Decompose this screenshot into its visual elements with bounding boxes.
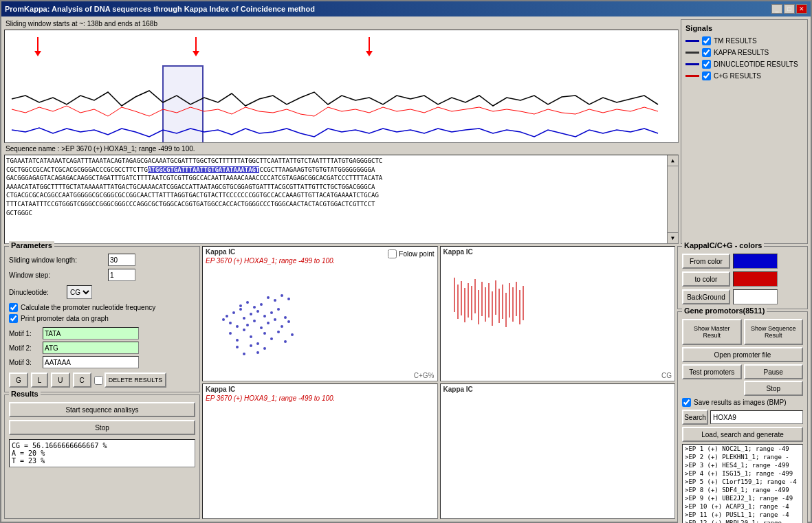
charts-area: Kappa IC EP 3670 (+) HOXA9_1; range -499… bbox=[202, 246, 675, 519]
open-promoter-button[interactable]: Open promoter file bbox=[682, 347, 803, 362]
show-master-button[interactable]: Show Master Result bbox=[682, 319, 742, 345]
motif1-input[interactable] bbox=[43, 327, 139, 340]
cg-color bbox=[685, 75, 699, 77]
svg-point-48 bbox=[267, 296, 270, 299]
delete-button[interactable]: DELETE RESULTS bbox=[105, 372, 166, 388]
print-checkbox[interactable] bbox=[9, 314, 18, 323]
chart-tl-svg bbox=[203, 265, 437, 371]
motif3-input[interactable] bbox=[43, 356, 139, 368]
to-color-row: to color bbox=[682, 271, 803, 287]
delete-checkbox[interactable] bbox=[94, 376, 103, 385]
graph-svg bbox=[5, 30, 678, 143]
list-item[interactable]: >EP 2 (+) PLEKHN1_1; range - bbox=[683, 453, 802, 461]
search-button[interactable]: Search bbox=[682, 410, 708, 425]
folow-point-checkbox[interactable] bbox=[388, 249, 397, 258]
start-analysis-button[interactable]: Start sequence analisys bbox=[9, 402, 195, 417]
bg-color-button[interactable]: BackGround bbox=[682, 289, 730, 304]
close-button[interactable]: ✕ bbox=[796, 4, 807, 14]
print-checkbox-row: Print promoter data on graph bbox=[9, 314, 195, 323]
scroll-up[interactable]: ▲ bbox=[668, 155, 678, 166]
svg-point-32 bbox=[250, 335, 252, 338]
maximize-button[interactable]: □ bbox=[784, 4, 795, 14]
signal-cg: C+G RESULTS bbox=[685, 71, 803, 80]
dinuc-color bbox=[685, 63, 699, 65]
center-top: Sliding window starts at ~: 138b and end… bbox=[4, 19, 679, 244]
sliding-window-label: Sliding window starts at ~: 138b and end… bbox=[4, 19, 679, 28]
chart-tr-xlabel: CG bbox=[661, 372, 672, 379]
minimize-button[interactable]: _ bbox=[771, 4, 782, 14]
svg-point-14 bbox=[239, 308, 242, 311]
list-item[interactable]: >EP 8 (+) SDF4_1; range -499 bbox=[683, 486, 802, 494]
kappa-checkbox[interactable] bbox=[702, 48, 711, 57]
signal-dinuc: DINUCLEOTIDE RESULTS bbox=[685, 60, 803, 69]
stop-gene-button[interactable]: Stop bbox=[744, 381, 804, 396]
svg-point-33 bbox=[256, 342, 259, 345]
show-sequence-button[interactable]: Show Sequence Result bbox=[744, 319, 804, 345]
svg-point-34 bbox=[263, 332, 266, 335]
from-color-swatch[interactable] bbox=[733, 254, 778, 269]
list-item[interactable]: >EP 12 (+) MRPL20_1; range - bbox=[683, 519, 802, 523]
to-color-swatch[interactable] bbox=[733, 271, 778, 287]
svg-point-43 bbox=[263, 347, 266, 350]
svg-point-25 bbox=[277, 308, 280, 311]
list-item[interactable]: >EP 10 (+) ACAP3_1; range -4 bbox=[683, 502, 802, 511]
stop-button[interactable]: Stop bbox=[9, 420, 195, 435]
pause-button[interactable]: Pause bbox=[744, 364, 804, 379]
u-button[interactable]: U bbox=[51, 372, 69, 388]
svg-point-24 bbox=[274, 318, 276, 321]
search-row: Search bbox=[682, 410, 803, 425]
ws-row: Window step: bbox=[9, 269, 195, 281]
list-item[interactable]: >EP 5 (+) C1orf159_1; range -4 bbox=[683, 478, 802, 486]
signal-tm: TM RESULTS bbox=[685, 36, 803, 45]
svg-rect-75 bbox=[441, 394, 675, 512]
list-item[interactable]: >EP 9 (+) UBE2J2_1; range -49 bbox=[683, 494, 802, 502]
list-item[interactable]: >EP 3 (+) HES4_1; range -499 bbox=[683, 461, 802, 469]
dinuc-select[interactable]: CG AT GC TA bbox=[67, 285, 92, 299]
svg-point-51 bbox=[287, 298, 290, 300]
ws-input[interactable] bbox=[108, 269, 135, 281]
tm-checkbox[interactable] bbox=[702, 36, 711, 45]
list-item[interactable]: >EP 1 (+) NOC2L_1; range -49 bbox=[683, 445, 802, 453]
test-promoters-button[interactable]: Test promoters bbox=[682, 364, 742, 379]
motif2-input[interactable] bbox=[43, 342, 139, 354]
scrollbar[interactable]: ▲ ▼ bbox=[667, 155, 678, 243]
l-button[interactable]: L bbox=[31, 372, 49, 388]
list-item[interactable]: >EP 4 (+) ISG15_1; range -499 bbox=[683, 469, 802, 478]
cg-checkbox[interactable] bbox=[702, 71, 711, 80]
motif2-label: Motif 2: bbox=[9, 344, 40, 352]
chart-bottom-left: Kappa IC EP 3670 (+) HOXA9_1; range -499… bbox=[202, 383, 438, 519]
calc-checkbox[interactable] bbox=[9, 303, 18, 312]
promotors-list[interactable]: >EP 1 (+) NOC2L_1; range -49 >EP 2 (+) P… bbox=[682, 444, 803, 523]
cg-label: C+G RESULTS bbox=[714, 72, 761, 80]
svg-point-35 bbox=[270, 337, 273, 340]
tm-color bbox=[685, 40, 699, 42]
scroll-down[interactable]: ▼ bbox=[668, 232, 678, 243]
bg-color-swatch[interactable] bbox=[733, 289, 778, 304]
sequence-name: Sequence name : >EP 3670 (+) HOXA9_1; ra… bbox=[4, 144, 679, 153]
from-color-button[interactable]: From color bbox=[682, 254, 730, 269]
save-checkbox[interactable] bbox=[682, 398, 691, 407]
right-panel: KappaIC/C+G - colors From color to color… bbox=[677, 246, 808, 519]
to-color-button[interactable]: to color bbox=[682, 271, 730, 287]
svg-point-26 bbox=[281, 325, 283, 328]
g-button[interactable]: G bbox=[9, 372, 28, 388]
test-pause-row: Test promoters Pause Stop bbox=[682, 364, 803, 396]
sw-length-row: Sliding window length: bbox=[9, 254, 195, 266]
svg-point-27 bbox=[284, 316, 287, 319]
load-search-button[interactable]: Load, search and generate bbox=[682, 427, 803, 442]
list-item[interactable]: >EP 11 (+) PUSL1_1; range -4 bbox=[683, 511, 802, 519]
chart-br-svg bbox=[441, 394, 675, 512]
title-bar-controls: _ □ ✕ bbox=[771, 4, 807, 14]
svg-point-49 bbox=[274, 299, 276, 302]
kappa-color bbox=[685, 52, 699, 54]
svg-point-40 bbox=[243, 353, 245, 355]
dinuc-checkbox[interactable] bbox=[702, 60, 711, 69]
dinuc-label: Dinucleotide: bbox=[9, 289, 64, 296]
kappa-colors-box: KappaIC/C+G - colors From color to color… bbox=[677, 246, 808, 309]
search-input[interactable] bbox=[710, 410, 803, 424]
svg-point-23 bbox=[270, 311, 273, 314]
svg-point-41 bbox=[250, 344, 252, 347]
c-button[interactable]: C bbox=[73, 372, 91, 388]
gene-promotors-title: Gene promotors(8511) bbox=[682, 307, 767, 315]
sw-length-input[interactable] bbox=[108, 254, 135, 266]
